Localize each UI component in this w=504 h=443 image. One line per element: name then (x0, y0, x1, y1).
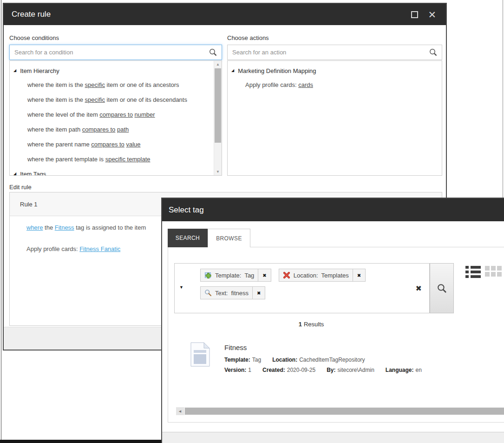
rule-list-item[interactable]: Apply profile cards: cards (231, 78, 442, 93)
scrollbar-thumb[interactable] (185, 408, 504, 415)
rule-list-item[interactable]: where the parent template is specific te… (13, 152, 212, 167)
list-view-icon[interactable] (465, 266, 481, 280)
facet-value: Templates (321, 272, 353, 279)
choose-conditions-label: Choose conditions (9, 34, 59, 41)
text-search-icon (204, 289, 212, 297)
facet-label: Text: (215, 290, 228, 297)
search-button[interactable] (430, 263, 454, 313)
window-controls: ✕ (411, 10, 438, 20)
search-results-panel: ▼ Template:Tag✖Location:Templates✖Text:f… (168, 247, 504, 423)
tree-expand-icon[interactable]: ◢ (13, 172, 16, 176)
facet-dropdown-icon[interactable]: ▼ (179, 285, 183, 290)
search-icon (429, 48, 437, 56)
rule-list-item[interactable]: where the parent name compares to value (13, 137, 212, 152)
rule-group-header[interactable]: ◢Item Tags (13, 167, 212, 176)
window-left-edge (1, 0, 1, 443)
scrollbar-thumb[interactable] (215, 68, 221, 143)
select-tag-footer (162, 432, 504, 443)
rule-token-link[interactable]: where (26, 224, 43, 231)
action-search-input[interactable] (232, 49, 429, 56)
search-facet-box: ▼ Template:Tag✖Location:Templates✖Text:f… (174, 263, 430, 313)
facet-value: Tag (244, 272, 258, 279)
rule-token-text: item or one of its descendants (105, 96, 187, 103)
maximize-icon[interactable] (411, 11, 418, 18)
rule-token-link[interactable]: Fitness (55, 224, 74, 231)
rule-token-text: the (43, 224, 54, 231)
clear-search-icon[interactable]: ✖ (416, 284, 422, 293)
edit-rule-label: Edit rule (9, 184, 32, 191)
facet-chip-text[interactable]: Text:fitness✖ (200, 286, 265, 299)
rule-action-line: Apply profile cards: Fitness Fanatic (26, 245, 120, 252)
condition-search-input[interactable] (14, 49, 209, 56)
rule-token-text: item or one of its ancestors (105, 81, 179, 88)
rule-group-header[interactable]: ◢Item Hierarchy (13, 64, 212, 78)
remove-facet-icon[interactable]: ✖ (258, 269, 270, 281)
location-icon (283, 271, 290, 279)
conditions-scrollbar[interactable]: ▲ ▼ (214, 61, 222, 175)
tab-bar: SEARCHBROWSE (168, 229, 250, 247)
rule-token-underlined[interactable]: path (117, 126, 129, 133)
remove-facet-icon[interactable]: ✖ (353, 269, 365, 281)
facet-chip-location[interactable]: Location:Templates✖ (279, 269, 366, 282)
rule-token-underlined[interactable]: specific (85, 81, 105, 88)
result-title[interactable]: Fitness (224, 344, 247, 351)
rule-group-name: Item Tags (20, 171, 46, 176)
remove-facet-icon[interactable]: ✖ (252, 287, 265, 299)
rule-token-underlined[interactable]: compares to (91, 141, 124, 148)
result-meta-label: Version: (224, 367, 246, 373)
select-tag-titlebar: Select tag (162, 198, 504, 221)
result-meta-pair: Language:en (386, 367, 422, 373)
tree-expand-icon[interactable]: ◢ (13, 69, 16, 73)
facet-chip-row: Text:fitness✖ (200, 286, 366, 299)
result-meta-pair: Location:CachedItemTagRepository (272, 357, 365, 363)
facet-label: Location: (294, 272, 318, 279)
result-meta-label: Template: (224, 357, 250, 363)
select-tag-dialog: Select tag SEARCHBROWSE ▼ Template:Tag✖L… (161, 198, 504, 443)
rule-group-header[interactable]: ◢Marketing Definition Mapping (231, 64, 442, 78)
result-meta-label: Language: (386, 367, 414, 373)
result-meta-label: Created: (262, 367, 285, 373)
rule-token-underlined[interactable]: compares to (82, 126, 116, 133)
grid-view-icon[interactable] (485, 266, 502, 277)
rule-token-underlined[interactable]: number (135, 111, 155, 118)
scroll-down-icon[interactable]: ▼ (214, 170, 222, 174)
dialog-title: Select tag (169, 205, 204, 215)
tab-search[interactable]: SEARCH (168, 229, 208, 247)
rule-token-underlined[interactable]: compares to (99, 111, 133, 118)
rule-list-item[interactable]: where the level of the item compares to … (13, 107, 212, 122)
rule-token-text: Apply profile cards: (245, 81, 298, 88)
facet-label: Template: (215, 272, 241, 279)
close-icon[interactable]: ✕ (428, 10, 436, 20)
rule-token-underlined[interactable]: value (126, 141, 140, 148)
rule-token-underlined[interactable]: specific (85, 96, 105, 103)
result-meta-pair: Version:1 (224, 367, 251, 373)
rule-token-underlined[interactable]: cards (298, 81, 313, 88)
results-count: 1Results (168, 321, 454, 328)
rule-list-item[interactable]: where the item is the specific item or o… (13, 93, 212, 107)
tree-expand-icon[interactable]: ◢ (231, 69, 234, 73)
rule-list-item[interactable]: where the item path compares to path (13, 122, 212, 137)
rule-token-link[interactable]: Fitness Fanatic (79, 245, 120, 252)
create-rule-titlebar: Create rule ✕ (4, 4, 446, 25)
document-icon[interactable] (190, 342, 210, 368)
rule-list-item[interactable]: where the item is the specific item or o… (13, 78, 212, 93)
window-right-edge (503, 0, 503, 200)
tab-browse[interactable]: BROWSE (208, 229, 250, 247)
conditions-list: ◢Item Hierarchywhere the item is the spe… (9, 60, 222, 176)
taskbar-edge (0, 440, 161, 443)
results-count-number: 1 (299, 321, 302, 328)
rule-token-underlined[interactable]: specific template (105, 156, 151, 163)
horizontal-scrollbar[interactable]: ◀ (176, 407, 504, 415)
dialog-title: Create rule (12, 10, 51, 19)
rule-token-text: tag is assigned to the item (74, 224, 146, 231)
template-icon (204, 271, 212, 279)
rule-token-text: where the level of the item (27, 111, 99, 118)
scroll-up-icon[interactable]: ▲ (214, 62, 222, 66)
scroll-left-icon[interactable]: ◀ (176, 407, 184, 415)
rule-token-text: Apply profile cards: (26, 245, 79, 252)
results-count-word: Results (304, 321, 324, 328)
facet-chip-template[interactable]: Template:Tag✖ (200, 269, 271, 282)
rule-token-text: where the parent name (27, 141, 91, 148)
result-meta-line2: Version:1Created:2020-09-25By:sitecore\A… (224, 367, 422, 373)
facet-chip-row: Template:Tag✖Location:Templates✖ (200, 269, 366, 282)
